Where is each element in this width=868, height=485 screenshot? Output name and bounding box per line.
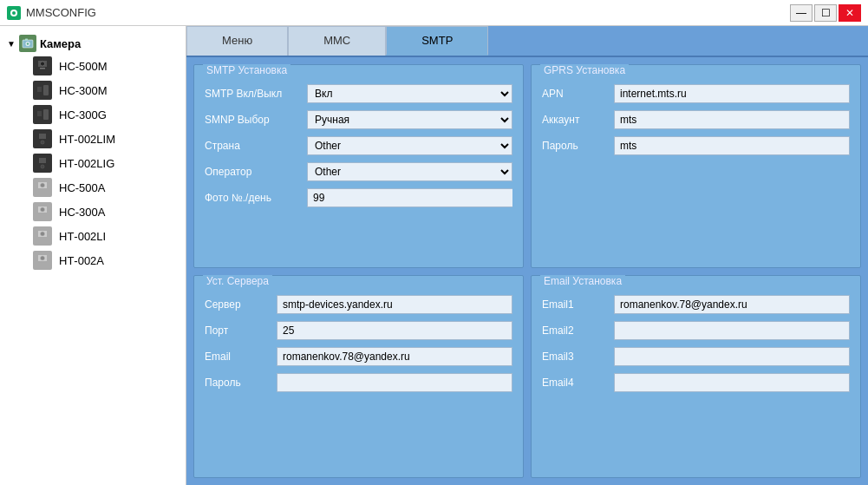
apn-row: APN	[542, 84, 850, 103]
photo-day-row: Фото №./день	[205, 188, 512, 207]
device-icon-ht002a	[33, 251, 52, 270]
svg-rect-15	[43, 109, 49, 120]
main-layout: ▼ Камера НС-500М	[0, 26, 868, 485]
sidebar-item-ht002lig[interactable]: НТ-002LIG	[29, 151, 182, 175]
sidebar-item-label: НС-300А	[59, 206, 105, 219]
account-row: Аккаунт	[542, 110, 850, 129]
svg-rect-12	[43, 85, 49, 95]
sidebar-item-label: НТ-002LI	[59, 230, 106, 243]
svg-rect-13	[37, 87, 42, 92]
port-input[interactable]	[277, 321, 512, 340]
svg-point-25	[41, 183, 45, 187]
sidebar-root-label: Камера	[40, 37, 81, 50]
smtp-panel: SMTP Установка SMTP Вкл/Выкл ВклВыкл SMN…	[193, 64, 524, 268]
device-icon-ht002lim	[33, 129, 52, 148]
svg-rect-16	[37, 111, 42, 116]
svg-point-34	[41, 256, 45, 260]
email4-label: Email4	[542, 377, 607, 389]
sidebar-item-hc500m[interactable]: НС-500М	[29, 54, 182, 78]
server-panel: Уст. Сервера Сервер Порт Email	[193, 275, 524, 479]
svg-point-22	[41, 165, 44, 168]
sidebar-item-ht002li[interactable]: НТ-002LI	[29, 224, 182, 248]
tab-menu[interactable]: Меню	[186, 26, 288, 56]
window-title: MMSCONFIG	[26, 6, 96, 19]
email2-label: Email2	[542, 324, 607, 337]
smnp-select-row: SMNP Выбор РучнаяАвто	[205, 110, 512, 129]
server-label: Сервер	[205, 298, 270, 311]
operator-select[interactable]: OtherMTSBeeline	[307, 162, 512, 181]
email1-row: Email1	[542, 295, 850, 314]
smnp-select[interactable]: РучнаяАвто	[307, 110, 512, 129]
minimize-button[interactable]: —	[790, 4, 813, 22]
apn-input[interactable]	[614, 84, 850, 103]
sidebar-item-label: НТ-002LIG	[59, 157, 114, 170]
port-row: Порт	[205, 321, 512, 340]
email1-input[interactable]	[614, 295, 850, 314]
svg-point-2	[12, 11, 16, 15]
sidebar-item-hc300m[interactable]: НС-300М	[29, 78, 182, 102]
gprs-password-input[interactable]	[614, 136, 850, 155]
sidebar-item-hc300g[interactable]: НС-300G	[29, 102, 182, 127]
svg-point-28	[41, 207, 45, 212]
device-icon-hc500m	[33, 56, 52, 75]
photo-day-spinbox[interactable]	[307, 188, 512, 207]
account-label: Аккаунт	[542, 114, 607, 126]
server-email-input[interactable]	[277, 347, 512, 366]
server-email-label: Email	[205, 351, 270, 363]
sidebar-item-label: НС-500А	[59, 181, 105, 194]
sidebar-root[interactable]: ▼ Камера	[3, 33, 182, 54]
smnp-select-label: SMNP Выбор	[205, 114, 300, 126]
server-panel-title: Уст. Сервера	[203, 275, 272, 287]
smtp-panel-content: SMTP Вкл/Выкл ВклВыкл SMNP Выбор РучнаяА…	[205, 84, 512, 207]
svg-point-10	[41, 62, 45, 66]
server-row: Сервер	[205, 295, 512, 314]
email4-row: Email4	[542, 373, 850, 392]
sidebar-item-label: НС-300G	[59, 108, 107, 121]
titlebar-left: MMSCONFIG	[7, 6, 96, 20]
operator-row: Оператор OtherMTSBeeline	[205, 162, 512, 181]
device-icon-hc300m	[33, 81, 52, 100]
email-panel-content: Email1 Email2 Email3 Email4	[542, 295, 850, 392]
email3-row: Email3	[542, 347, 850, 366]
email4-input[interactable]	[614, 373, 850, 392]
sidebar-item-ht002lim[interactable]: НТ-002LIM	[29, 127, 182, 151]
sidebar-items: НС-500М НС-300М НС-300G НТ-002LIM	[3, 54, 182, 272]
email2-input[interactable]	[614, 321, 850, 340]
server-password-row: Пароль	[205, 373, 512, 392]
server-panel-content: Сервер Порт Email Пароль	[205, 295, 512, 392]
sidebar-item-hc300a[interactable]: НС-300А	[29, 200, 182, 224]
operator-label: Оператор	[205, 166, 300, 178]
country-select[interactable]: OtherRussiaUSA	[307, 136, 512, 155]
panels-grid: SMTP Установка SMTP Вкл/Выкл ВклВыкл SMN…	[186, 57, 868, 485]
server-password-label: Пароль	[205, 377, 270, 389]
tab-smtp[interactable]: SMTP	[386, 26, 488, 56]
server-email-row: Email	[205, 347, 512, 366]
smtp-onoff-row: SMTP Вкл/Выкл ВклВыкл	[205, 84, 512, 103]
app-icon	[7, 6, 21, 20]
device-icon-ht002li	[33, 226, 52, 246]
email-panel: Email Установка Email1 Email2 Email3	[531, 275, 861, 479]
device-icon-hc300a	[33, 202, 52, 221]
port-label: Порт	[205, 324, 270, 337]
device-icon-ht002lig	[33, 154, 52, 173]
sidebar-item-ht002a[interactable]: НТ-002А	[29, 248, 182, 272]
account-input[interactable]	[614, 110, 850, 129]
sidebar-item-hc500a[interactable]: НС-500А	[29, 175, 182, 200]
country-label: Страна	[205, 140, 300, 152]
smtp-onoff-label: SMTP Вкл/Выкл	[205, 88, 300, 100]
server-input[interactable]	[277, 295, 512, 314]
photo-day-label: Фото №./день	[205, 192, 300, 204]
tab-mmc[interactable]: MMC	[288, 26, 386, 56]
svg-point-19	[41, 141, 44, 144]
close-button[interactable]: ✕	[839, 4, 861, 22]
device-icon-hc500a	[33, 178, 52, 197]
email3-input[interactable]	[614, 347, 850, 366]
smtp-onoff-select[interactable]: ВклВыкл	[307, 84, 512, 103]
maximize-button[interactable]: ☐	[814, 4, 837, 22]
server-password-input[interactable]	[277, 373, 512, 392]
svg-rect-18	[39, 134, 46, 139]
content-area: Меню MMC SMTP SMTP Установка SMTP Вкл/Вы…	[186, 26, 868, 485]
camera-root-icon	[19, 35, 36, 52]
email2-row: Email2	[542, 321, 850, 340]
gprs-panel: GPRS Установка APN Аккаунт Пароль	[531, 64, 861, 268]
